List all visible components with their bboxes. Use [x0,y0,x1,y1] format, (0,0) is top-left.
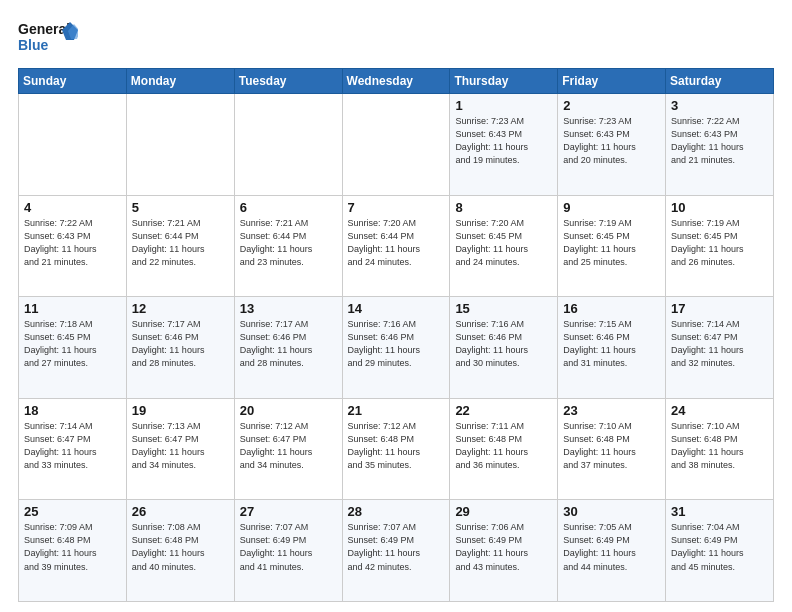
calendar-cell: 20Sunrise: 7:12 AM Sunset: 6:47 PM Dayli… [234,398,342,500]
calendar-cell [234,94,342,196]
calendar-cell: 4Sunrise: 7:22 AM Sunset: 6:43 PM Daylig… [19,195,127,297]
day-number: 6 [240,200,337,215]
calendar-cell [19,94,127,196]
weekday-header-tuesday: Tuesday [234,69,342,94]
weekday-header-wednesday: Wednesday [342,69,450,94]
day-number: 1 [455,98,552,113]
day-info: Sunrise: 7:19 AM Sunset: 6:45 PM Dayligh… [671,217,768,269]
day-number: 5 [132,200,229,215]
calendar-cell: 25Sunrise: 7:09 AM Sunset: 6:48 PM Dayli… [19,500,127,602]
calendar-cell: 31Sunrise: 7:04 AM Sunset: 6:49 PM Dayli… [666,500,774,602]
page: General Blue SundayMondayTuesdayWednesda… [0,0,792,612]
week-row-4: 18Sunrise: 7:14 AM Sunset: 6:47 PM Dayli… [19,398,774,500]
day-info: Sunrise: 7:05 AM Sunset: 6:49 PM Dayligh… [563,521,660,573]
week-row-1: 1Sunrise: 7:23 AM Sunset: 6:43 PM Daylig… [19,94,774,196]
day-info: Sunrise: 7:20 AM Sunset: 6:44 PM Dayligh… [348,217,445,269]
day-info: Sunrise: 7:17 AM Sunset: 6:46 PM Dayligh… [240,318,337,370]
weekday-header-thursday: Thursday [450,69,558,94]
day-info: Sunrise: 7:21 AM Sunset: 6:44 PM Dayligh… [240,217,337,269]
calendar-cell: 30Sunrise: 7:05 AM Sunset: 6:49 PM Dayli… [558,500,666,602]
calendar-cell: 14Sunrise: 7:16 AM Sunset: 6:46 PM Dayli… [342,297,450,399]
day-number: 11 [24,301,121,316]
day-number: 21 [348,403,445,418]
day-number: 8 [455,200,552,215]
calendar-cell: 17Sunrise: 7:14 AM Sunset: 6:47 PM Dayli… [666,297,774,399]
day-info: Sunrise: 7:22 AM Sunset: 6:43 PM Dayligh… [24,217,121,269]
calendar-cell: 29Sunrise: 7:06 AM Sunset: 6:49 PM Dayli… [450,500,558,602]
day-number: 2 [563,98,660,113]
day-info: Sunrise: 7:22 AM Sunset: 6:43 PM Dayligh… [671,115,768,167]
week-row-5: 25Sunrise: 7:09 AM Sunset: 6:48 PM Dayli… [19,500,774,602]
day-number: 24 [671,403,768,418]
day-info: Sunrise: 7:21 AM Sunset: 6:44 PM Dayligh… [132,217,229,269]
day-info: Sunrise: 7:04 AM Sunset: 6:49 PM Dayligh… [671,521,768,573]
day-info: Sunrise: 7:15 AM Sunset: 6:46 PM Dayligh… [563,318,660,370]
calendar-cell: 13Sunrise: 7:17 AM Sunset: 6:46 PM Dayli… [234,297,342,399]
day-info: Sunrise: 7:16 AM Sunset: 6:46 PM Dayligh… [348,318,445,370]
day-info: Sunrise: 7:11 AM Sunset: 6:48 PM Dayligh… [455,420,552,472]
day-number: 31 [671,504,768,519]
day-info: Sunrise: 7:23 AM Sunset: 6:43 PM Dayligh… [455,115,552,167]
day-number: 15 [455,301,552,316]
header: General Blue [18,18,774,58]
day-number: 22 [455,403,552,418]
week-row-3: 11Sunrise: 7:18 AM Sunset: 6:45 PM Dayli… [19,297,774,399]
svg-text:Blue: Blue [18,37,49,53]
day-number: 7 [348,200,445,215]
calendar-cell: 2Sunrise: 7:23 AM Sunset: 6:43 PM Daylig… [558,94,666,196]
day-info: Sunrise: 7:23 AM Sunset: 6:43 PM Dayligh… [563,115,660,167]
calendar-cell: 21Sunrise: 7:12 AM Sunset: 6:48 PM Dayli… [342,398,450,500]
weekday-header-saturday: Saturday [666,69,774,94]
day-number: 30 [563,504,660,519]
day-info: Sunrise: 7:14 AM Sunset: 6:47 PM Dayligh… [24,420,121,472]
calendar-cell: 11Sunrise: 7:18 AM Sunset: 6:45 PM Dayli… [19,297,127,399]
weekday-header-monday: Monday [126,69,234,94]
day-number: 25 [24,504,121,519]
day-number: 17 [671,301,768,316]
day-info: Sunrise: 7:07 AM Sunset: 6:49 PM Dayligh… [240,521,337,573]
calendar-cell: 6Sunrise: 7:21 AM Sunset: 6:44 PM Daylig… [234,195,342,297]
day-number: 10 [671,200,768,215]
svg-text:General: General [18,21,70,37]
day-info: Sunrise: 7:10 AM Sunset: 6:48 PM Dayligh… [563,420,660,472]
calendar-cell: 24Sunrise: 7:10 AM Sunset: 6:48 PM Dayli… [666,398,774,500]
calendar-cell: 3Sunrise: 7:22 AM Sunset: 6:43 PM Daylig… [666,94,774,196]
weekday-header-row: SundayMondayTuesdayWednesdayThursdayFrid… [19,69,774,94]
calendar-cell [342,94,450,196]
day-number: 3 [671,98,768,113]
calendar-cell: 19Sunrise: 7:13 AM Sunset: 6:47 PM Dayli… [126,398,234,500]
day-number: 18 [24,403,121,418]
day-info: Sunrise: 7:06 AM Sunset: 6:49 PM Dayligh… [455,521,552,573]
calendar-cell: 23Sunrise: 7:10 AM Sunset: 6:48 PM Dayli… [558,398,666,500]
day-info: Sunrise: 7:18 AM Sunset: 6:45 PM Dayligh… [24,318,121,370]
calendar-cell: 15Sunrise: 7:16 AM Sunset: 6:46 PM Dayli… [450,297,558,399]
day-info: Sunrise: 7:14 AM Sunset: 6:47 PM Dayligh… [671,318,768,370]
day-number: 26 [132,504,229,519]
day-number: 14 [348,301,445,316]
calendar-cell: 1Sunrise: 7:23 AM Sunset: 6:43 PM Daylig… [450,94,558,196]
weekday-header-sunday: Sunday [19,69,127,94]
day-number: 23 [563,403,660,418]
day-info: Sunrise: 7:13 AM Sunset: 6:47 PM Dayligh… [132,420,229,472]
day-info: Sunrise: 7:12 AM Sunset: 6:48 PM Dayligh… [348,420,445,472]
day-info: Sunrise: 7:17 AM Sunset: 6:46 PM Dayligh… [132,318,229,370]
calendar-cell [126,94,234,196]
day-info: Sunrise: 7:20 AM Sunset: 6:45 PM Dayligh… [455,217,552,269]
week-row-2: 4Sunrise: 7:22 AM Sunset: 6:43 PM Daylig… [19,195,774,297]
weekday-header-friday: Friday [558,69,666,94]
calendar-cell: 18Sunrise: 7:14 AM Sunset: 6:47 PM Dayli… [19,398,127,500]
day-info: Sunrise: 7:19 AM Sunset: 6:45 PM Dayligh… [563,217,660,269]
calendar-cell: 12Sunrise: 7:17 AM Sunset: 6:46 PM Dayli… [126,297,234,399]
calendar-cell: 10Sunrise: 7:19 AM Sunset: 6:45 PM Dayli… [666,195,774,297]
day-info: Sunrise: 7:08 AM Sunset: 6:48 PM Dayligh… [132,521,229,573]
day-info: Sunrise: 7:09 AM Sunset: 6:48 PM Dayligh… [24,521,121,573]
day-info: Sunrise: 7:12 AM Sunset: 6:47 PM Dayligh… [240,420,337,472]
calendar-cell: 16Sunrise: 7:15 AM Sunset: 6:46 PM Dayli… [558,297,666,399]
calendar-table: SundayMondayTuesdayWednesdayThursdayFrid… [18,68,774,602]
day-number: 9 [563,200,660,215]
day-number: 29 [455,504,552,519]
day-number: 12 [132,301,229,316]
day-number: 16 [563,301,660,316]
calendar-cell: 28Sunrise: 7:07 AM Sunset: 6:49 PM Dayli… [342,500,450,602]
day-info: Sunrise: 7:07 AM Sunset: 6:49 PM Dayligh… [348,521,445,573]
